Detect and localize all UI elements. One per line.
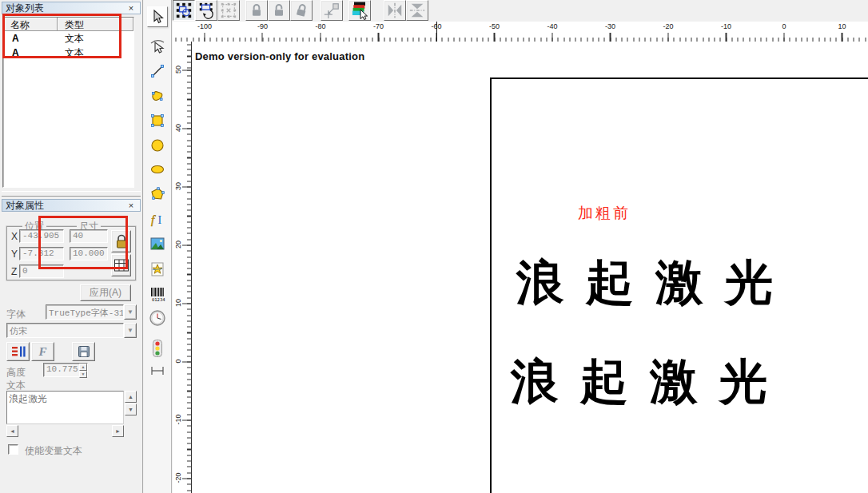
aspect-lock-button[interactable] — [111, 230, 131, 252]
height-spinner[interactable]: ▲ ▼ — [79, 364, 87, 376]
object-props-close-icon[interactable]: × — [125, 201, 137, 210]
transform-size-button[interactable] — [173, 0, 195, 21]
padlock-3-icon — [293, 2, 309, 18]
chevron-down-icon[interactable]: ▼ — [124, 304, 137, 320]
drawing-canvas[interactable]: Demo version-only for evaluation 加粗前 浪起激… — [193, 42, 868, 493]
text-edit-area: 浪起激光 ▲ ▼ ◄ ► — [6, 391, 137, 437]
put-to-origin-button[interactable] — [321, 0, 343, 21]
array-copy-button[interactable] — [217, 0, 240, 21]
y-position-field[interactable]: -7.312 — [19, 247, 64, 260]
object-list-row[interactable]: A文本 — [3, 46, 133, 60]
horizontal-ruler[interactable]: -100-90-80-70-60-50-40-30-20-10010 — [173, 22, 868, 42]
select-tool[interactable] — [147, 6, 168, 27]
object-list-title: 对象列表 — [6, 2, 44, 15]
object-props-titlebar[interactable]: 对象属性 × — [2, 199, 141, 212]
hruler-major-ticks — [173, 33, 868, 42]
transform-rotate-icon — [197, 2, 215, 19]
object-type: 文本 — [58, 46, 120, 60]
size-table-button[interactable] — [111, 254, 131, 276]
ellipse-tool[interactable] — [147, 159, 168, 180]
vertical-ruler[interactable]: 50403020100-10-20 — [173, 42, 192, 493]
vector-star-icon — [149, 261, 165, 277]
axis-z-label: Z — [11, 266, 17, 277]
axis-y-label: Y — [11, 248, 18, 260]
rectangle-tool[interactable] — [147, 110, 168, 131]
font-name-value: 仿宋 — [6, 323, 124, 338]
object-list-close-icon[interactable]: × — [125, 3, 137, 13]
vruler-label: 0 — [174, 353, 182, 369]
mirror-vertical-icon — [408, 2, 426, 19]
line-icon — [149, 63, 165, 79]
hruler-label: 0 — [782, 22, 786, 30]
vector-file-tool[interactable] — [147, 259, 168, 280]
scroll-right-icon[interactable]: ► — [112, 425, 124, 437]
draw-tool-palette: f I — [144, 0, 172, 493]
input-port-tool[interactable] — [147, 360, 168, 381]
circle-tool[interactable] — [147, 135, 168, 156]
delay-tool[interactable] — [147, 338, 168, 359]
y-size-field[interactable]: 10.000 — [70, 247, 108, 260]
object-list-row[interactable]: A文本 — [3, 31, 133, 46]
lock-button-2[interactable] — [268, 0, 290, 21]
object-name: A — [3, 47, 58, 58]
text-tool[interactable]: f I — [147, 209, 168, 229]
text-input[interactable]: 浪起激光 — [6, 391, 124, 424]
text-layout-button[interactable] — [6, 342, 30, 361]
column-header-type[interactable]: 类型 — [58, 18, 120, 31]
barcode-tool[interactable]: 01234 — [147, 284, 168, 304]
object-list-header: 名称 类型 — [3, 18, 133, 31]
spinner-up-icon[interactable]: ▲ — [79, 364, 87, 371]
curve-tool[interactable] — [147, 85, 168, 106]
scroll-up-icon[interactable]: ▲ — [125, 391, 137, 403]
object-type: 文本 — [58, 32, 120, 46]
mirror-vertical-button[interactable] — [406, 0, 428, 21]
spinner-down-icon[interactable]: ▼ — [79, 371, 87, 378]
node-edit-tool[interactable] — [147, 35, 168, 56]
polygon-tool[interactable] — [147, 184, 168, 205]
italic-font-button[interactable]: F — [31, 342, 54, 361]
object-list-table[interactable]: 名称 类型 A文本A文本 — [2, 17, 134, 188]
object-props-title: 对象属性 — [6, 199, 44, 213]
hruler-label: -70 — [373, 22, 384, 30]
left-dock: 对象列表 × 名称 类型 A文本A文本 对象属性 × 位置 尺寸 X -43.9… — [0, 0, 143, 493]
traffic-light-icon — [152, 339, 163, 358]
transform-rotate-button[interactable] — [195, 0, 217, 21]
lock-button-1[interactable] — [245, 0, 268, 21]
object-list-titlebar[interactable]: 对象列表 × — [2, 2, 141, 14]
padlock-2-icon — [271, 2, 287, 18]
scroll-down-icon[interactable]: ▼ — [125, 404, 137, 415]
mark-text-object-2[interactable]: 浪起激光 — [511, 350, 789, 415]
application-window: { "window": { "demo_notice": "Demo versi… — [0, 0, 868, 493]
hruler-label: -100 — [197, 22, 212, 30]
array-copy-icon — [220, 2, 237, 19]
mirror-horizontal-button[interactable] — [384, 0, 406, 21]
dock-splitter[interactable] — [2, 191, 141, 197]
x-size-field[interactable]: 40 — [70, 229, 108, 243]
vruler-label: 10 — [174, 295, 182, 311]
lock-button-3[interactable] — [290, 0, 313, 21]
column-header-name[interactable]: 名称 — [3, 18, 58, 31]
line-tool[interactable] — [147, 61, 168, 82]
object-list-rows: A文本A文本 — [3, 31, 133, 60]
font-name-combo[interactable]: 仿宋 ▼ — [6, 323, 137, 338]
axis-x-label: X — [11, 231, 18, 242]
hruler-label: -30 — [605, 22, 615, 30]
mirror-horizontal-icon — [386, 2, 404, 19]
chevron-down-icon[interactable]: ▼ — [124, 323, 137, 338]
font-type-combo[interactable]: TrueType字体-317 ▼ — [46, 304, 137, 320]
height-label: 高度 — [6, 366, 26, 380]
scroll-left-icon[interactable]: ◄ — [6, 425, 18, 437]
size-table-icon — [113, 258, 129, 272]
z-position-field[interactable]: 0 — [19, 264, 64, 278]
mark-text-object-1[interactable]: 浪起激光 — [516, 251, 794, 316]
demo-notice: Demo version-only for evaluation — [195, 50, 364, 62]
bitmap-tool[interactable] — [147, 233, 168, 254]
object-color-button[interactable] — [348, 0, 371, 21]
variable-text-checkbox[interactable] — [8, 444, 18, 455]
curve-icon — [149, 88, 165, 104]
x-position-field[interactable]: -43.905 — [19, 229, 64, 243]
hruler-label: -40 — [547, 22, 557, 30]
apply-button[interactable]: 应用(A) — [80, 284, 131, 301]
clock-tool[interactable] — [147, 308, 168, 328]
save-font-button[interactable] — [72, 342, 95, 361]
